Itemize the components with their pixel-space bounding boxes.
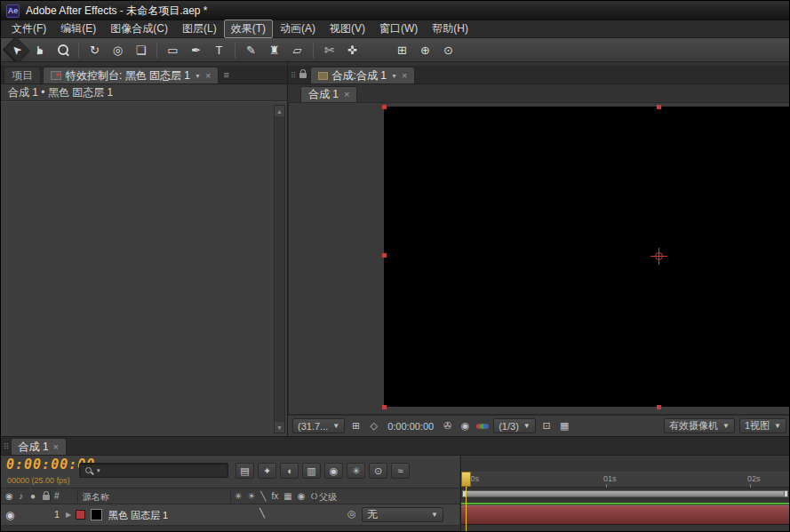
tab-composition-viewer[interactable]: 合成:合成 1 ▼ × <box>310 67 416 83</box>
brush-tool-icon[interactable]: ✎ <box>241 41 261 60</box>
layer-anchor-point[interactable] <box>653 250 665 262</box>
panel-grip-icon[interactable]: ⠿ <box>291 71 296 80</box>
rotation-tool-icon[interactable]: ↻ <box>84 41 105 60</box>
menu-layer[interactable]: 图层(L) <box>175 20 224 38</box>
layer-label-color[interactable] <box>76 510 85 520</box>
shape-tool-icon[interactable]: ▭ <box>163 41 183 60</box>
roto-brush-tool-icon[interactable]: ✄ <box>319 41 339 60</box>
close-icon[interactable]: × <box>53 442 59 452</box>
chevron-down-icon[interactable]: ▼ <box>195 73 201 79</box>
pan-behind-tool-icon[interactable]: ❏ <box>131 41 151 60</box>
panel-grip-icon[interactable]: ⠿ <box>4 442 9 451</box>
snapshot-icon[interactable]: ✇ <box>441 420 454 432</box>
view-layout-dropdown[interactable]: 1视图 ▼ <box>739 418 786 433</box>
parent-value: 无 <box>367 507 378 522</box>
tab-project[interactable]: 项目 <box>4 67 41 83</box>
chevron-down-icon[interactable]: ▾ <box>97 467 100 474</box>
comp-panel-tabstrip: ⠿ 合成:合成 1 ▼ × <box>288 66 790 84</box>
search-input[interactable] <box>103 465 224 476</box>
graph-editor-icon[interactable]: ≈ <box>391 463 410 479</box>
close-icon[interactable]: × <box>402 71 407 81</box>
viewer-timecode[interactable]: 0:00:00:00 <box>385 421 436 432</box>
region-of-interest-icon[interactable]: ⊡ <box>540 420 554 432</box>
hide-shy-icon[interactable]: ◖ <box>280 463 299 479</box>
source-name-column-header[interactable]: 源名称 <box>83 491 109 504</box>
viewer-tab-comp1[interactable]: 合成 1 × <box>300 86 357 102</box>
eraser-tool-icon[interactable]: ▱ <box>287 41 307 60</box>
grid-guides-icon[interactable]: ⊞ <box>349 420 363 432</box>
hand-tool-icon[interactable]: ☛ <box>30 40 49 60</box>
close-icon[interactable]: × <box>344 90 349 99</box>
tab-effect-controls[interactable]: 特效控制台: 黑色 固态层 1 ▼ × <box>43 67 219 83</box>
axis-mode-local-icon[interactable]: ⊞ <box>392 41 412 60</box>
menu-file[interactable]: 文件(F) <box>4 20 53 38</box>
menu-window[interactable]: 窗口(W) <box>372 20 425 38</box>
chevron-down-icon[interactable]: ▼ <box>391 73 397 79</box>
show-snapshot-icon[interactable]: ◉ <box>459 420 472 432</box>
selection-tool-icon[interactable]: ➤ <box>3 36 30 63</box>
text-tool-icon[interactable]: T <box>209 41 229 60</box>
parent-column-header[interactable]: 父级 <box>319 491 337 504</box>
layer-expander-icon[interactable]: ▶ <box>66 511 71 519</box>
layer-handle-top-left[interactable] <box>382 105 387 109</box>
index-column-header[interactable]: # <box>54 491 60 501</box>
layer-handle-mid-left[interactable] <box>382 253 387 258</box>
current-time-indicator[interactable] <box>461 472 471 487</box>
mini-flowchart-icon[interactable]: ▤ <box>235 463 254 479</box>
layer-row[interactable]: ◉ 1 ▶ 黑色 固态层 1 ╲ ◎ 无 ▼ <box>1 504 459 526</box>
layer-handle-top-mid[interactable] <box>657 105 661 109</box>
layer-visibility-toggle[interactable]: ◉ <box>5 509 14 521</box>
titlebar: Ae Adobe After Effects - 未命名项目.aep * <box>1 1 789 20</box>
pen-tool-icon[interactable]: ✒ <box>186 41 206 60</box>
axis-mode-view-icon[interactable]: ⊙ <box>438 41 459 60</box>
layer-duration-bar[interactable] <box>461 505 789 525</box>
panel-menu-icon[interactable]: ≡ <box>223 69 228 80</box>
zoom-dropdown[interactable]: (31.7... ▼ <box>292 418 345 433</box>
layer-handle-bottom-left[interactable] <box>382 405 387 409</box>
time-ruler[interactable]: :00s 01s 02s <box>461 472 789 488</box>
mask-visibility-icon[interactable]: ◇ <box>367 420 380 432</box>
menu-effect[interactable]: 效果(T) <box>224 20 273 38</box>
composition-viewer[interactable] <box>288 102 790 415</box>
work-area-bar[interactable] <box>462 490 788 497</box>
draft-3d-icon[interactable]: ✦ <box>258 463 276 479</box>
vertical-scrollbar[interactable]: ▲ ▼ <box>274 105 285 433</box>
close-icon[interactable]: × <box>205 71 211 81</box>
parent-dropdown[interactable]: 无 ▼ <box>362 507 443 522</box>
effect-controls-content[interactable]: ▲ ▼ <box>1 101 287 436</box>
frame-blend-icon[interactable]: ▥ <box>302 463 321 479</box>
menu-help[interactable]: 帮助(H) <box>425 20 475 38</box>
parent-pickwhip-icon[interactable]: ◎ <box>347 508 356 520</box>
menu-animation[interactable]: 动画(A) <box>273 20 323 38</box>
scroll-up-icon[interactable]: ▲ <box>275 106 284 116</box>
auto-keyframe-icon[interactable]: ⊙ <box>369 463 387 479</box>
menu-view[interactable]: 视图(V) <box>323 20 372 38</box>
menu-edit[interactable]: 编辑(E) <box>53 20 103 38</box>
brainstorm-icon[interactable]: ✳ <box>347 463 365 479</box>
work-area-end-handle[interactable] <box>784 490 788 497</box>
scroll-down-icon[interactable]: ▼ <box>275 422 284 433</box>
layer-name[interactable]: 黑色 固态层 1 <box>108 509 168 522</box>
layer-quality-switch[interactable]: ╲ <box>259 508 265 518</box>
chevron-down-icon: ▼ <box>332 422 339 430</box>
channels-icon[interactable] <box>476 424 489 429</box>
layer-index: 1 <box>54 509 60 520</box>
composition-canvas[interactable] <box>384 107 790 407</box>
puppet-pin-tool-icon[interactable]: ✜ <box>342 41 363 60</box>
zoom-tool-icon[interactable] <box>52 41 73 60</box>
solid-color-swatch[interactable] <box>91 509 102 520</box>
unified-camera-tool-icon[interactable]: ◎ <box>108 41 128 60</box>
resolution-dropdown[interactable]: (1/3) ▼ <box>493 418 536 433</box>
layer-handle-bottom-mid[interactable] <box>657 405 661 409</box>
transparency-grid-icon[interactable]: ▦ <box>558 420 571 432</box>
axis-mode-world-icon[interactable]: ⊕ <box>415 41 435 60</box>
timeline-search[interactable]: ▾ <box>79 463 228 478</box>
toolbar-separator <box>313 42 314 58</box>
tab-timeline-comp1[interactable]: 合成 1 × <box>11 438 67 455</box>
menu-composition[interactable]: 图像合成(C) <box>103 20 175 38</box>
camera-dropdown[interactable]: 有效摄像机 ▼ <box>664 418 735 433</box>
clone-stamp-tool-icon[interactable]: ♜ <box>264 41 284 60</box>
collapse-switch-icon: ☀ <box>247 491 255 501</box>
lock-icon[interactable] <box>299 73 307 78</box>
motion-blur-icon[interactable]: ◉ <box>324 463 343 479</box>
